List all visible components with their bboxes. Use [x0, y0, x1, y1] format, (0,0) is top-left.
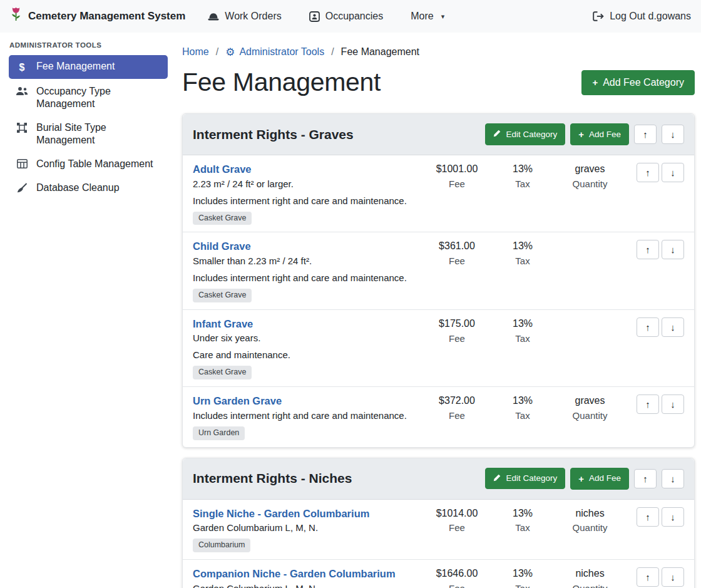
- arrow-down-icon: ↓: [670, 572, 675, 582]
- move-fee-up-button[interactable]: ↑: [637, 163, 659, 182]
- edit-category-button[interactable]: Edit Category: [485, 468, 565, 490]
- fee-description: Includes interment right and care and ma…: [193, 195, 414, 207]
- users-icon: [15, 86, 29, 96]
- quantity-label: Quantity: [551, 522, 629, 533]
- edit-category-button[interactable]: Edit Category: [485, 123, 565, 145]
- move-category-up-button[interactable]: ↑: [634, 469, 657, 488]
- fee-categories: Interment Rights - Graves Edit Category …: [182, 113, 695, 588]
- fee-amount-label: Fee: [419, 255, 494, 266]
- category-actions: Edit Category + Add Fee ↑ ↓: [485, 123, 684, 145]
- quantity-column: graves Quantity: [551, 163, 629, 189]
- fee-description: 2.23 m² / 24 ft² or larger.: [193, 178, 414, 190]
- move-category-down-button[interactable]: ↓: [662, 469, 684, 488]
- nav-right: Log Out d.gowans: [593, 11, 691, 22]
- quantity-value: graves: [551, 163, 629, 176]
- arrow-up-icon: ↑: [643, 129, 648, 140]
- fee-description: Smaller than 2.23 m² / 24 ft².: [193, 255, 414, 267]
- move-fee-down-button[interactable]: ↓: [662, 317, 684, 337]
- fee-name-link[interactable]: Infant Grave: [193, 317, 253, 331]
- arrow-down-icon: ↓: [670, 399, 675, 410]
- fee-name-link[interactable]: Urn Garden Grave: [193, 395, 282, 408]
- sidebar-item-fee-management[interactable]: $ Fee Management: [9, 55, 168, 79]
- brand-link[interactable]: Cemetery Management System: [10, 7, 185, 26]
- page-title: Fee Management: [182, 68, 381, 97]
- move-fee-down-button[interactable]: ↓: [662, 507, 684, 527]
- logout-icon: [593, 11, 604, 21]
- move-fee-down-button[interactable]: ↓: [662, 240, 684, 259]
- fee-name-link[interactable]: Companion Niche - Garden Columbarium: [193, 567, 396, 580]
- fee-amount-label: Fee: [419, 522, 494, 533]
- sidebar-heading: ADMINISTRATOR TOOLS: [9, 41, 168, 49]
- brand-title: Cemetery Management System: [28, 10, 185, 23]
- fee-name-link[interactable]: Child Grave: [193, 240, 251, 253]
- move-category-up-button[interactable]: ↑: [634, 125, 657, 144]
- breadcrumb-administrator-tools[interactable]: ⚙ Administrator Tools: [225, 46, 324, 58]
- move-fee-down-button[interactable]: ↓: [662, 163, 684, 182]
- fee-descriptions: Under six years.Care and maintenance.: [193, 333, 414, 361]
- fee-description: Includes interment right and care and ma…: [193, 410, 414, 421]
- tax-rate-value: 13%: [494, 507, 551, 520]
- plus-icon: +: [592, 78, 598, 87]
- move-fee-down-button[interactable]: ↓: [662, 395, 684, 414]
- quantity-value: niches: [551, 567, 629, 580]
- breadcrumb-separator: /: [331, 46, 334, 58]
- move-category-down-button[interactable]: ↓: [662, 125, 684, 144]
- move-fee-up-button[interactable]: ↑: [637, 507, 659, 527]
- nav-occupancies[interactable]: Occupancies: [309, 11, 384, 22]
- tax-rate-value: 13%: [494, 240, 551, 253]
- sidebar-item-label: Database Cleanup: [36, 182, 120, 194]
- fee-description: Garden Columbarium L, M, N.: [193, 522, 414, 534]
- nav-more[interactable]: More ▾: [411, 11, 444, 22]
- fee-name-link[interactable]: Adult Grave: [193, 163, 252, 176]
- move-fee-down-button[interactable]: ↓: [662, 567, 684, 587]
- add-fee-category-label: Add Fee Category: [603, 78, 684, 88]
- arrow-up-icon: ↑: [645, 512, 650, 522]
- fee-amount-column: $1001.00 Fee: [419, 163, 494, 189]
- tax-label: Tax: [494, 522, 551, 533]
- breadcrumb-home[interactable]: Home: [182, 46, 209, 58]
- sidebar-item-occupancy-type-management[interactable]: Occupancy Type Management: [9, 80, 168, 115]
- fee-name-link[interactable]: Single Niche - Garden Columbarium: [193, 507, 369, 520]
- fee-amount-value: $361.00: [419, 240, 494, 253]
- fee-row: Urn Garden Grave Includes interment righ…: [183, 387, 694, 446]
- move-fee-up-button[interactable]: ↑: [637, 317, 659, 337]
- person-frame-icon: [309, 11, 320, 22]
- nav-more-label: More: [411, 11, 433, 22]
- quantity-column: graves Quantity: [551, 395, 629, 421]
- category-title: Interment Rights - Niches: [193, 471, 352, 486]
- gear-icon: ⚙: [225, 47, 235, 58]
- edit-category-label: Edit Category: [506, 474, 557, 483]
- fee-amount-label: Fee: [419, 333, 494, 344]
- breadcrumb-current: Fee Management: [341, 46, 419, 58]
- fees-container: Single Niche - Garden Columbarium Garden…: [183, 500, 694, 588]
- sidebar-item-config-table-management[interactable]: Config Table Management: [9, 153, 168, 175]
- fee-row: Child Grave Smaller than 2.23 m² / 24 ft…: [183, 232, 694, 309]
- arrow-down-icon: ↓: [670, 244, 675, 255]
- tax-rate-value: 13%: [494, 317, 551, 331]
- fee-descriptions: 2.23 m² / 24 ft² or larger.Includes inte…: [193, 178, 414, 207]
- move-fee-up-button[interactable]: ↑: [637, 567, 659, 587]
- move-fee-up-button[interactable]: ↑: [637, 240, 659, 259]
- tax-column: 13% Tax: [494, 163, 551, 189]
- add-fee-button[interactable]: + Add Fee: [570, 123, 629, 145]
- nav-work-orders[interactable]: Work Orders: [208, 11, 281, 22]
- add-fee-button[interactable]: + Add Fee: [570, 468, 629, 490]
- fee-type-badge: Casket Grave: [193, 289, 252, 302]
- main-content: Home / ⚙ Administrator Tools / Fee Manag…: [175, 33, 701, 588]
- tax-column: 13% Tax: [494, 395, 551, 421]
- move-fee-up-button[interactable]: ↑: [637, 395, 659, 414]
- fee-info: Adult Grave 2.23 m² / 24 ft² or larger.I…: [193, 163, 419, 225]
- fee-descriptions: Includes interment right and care and ma…: [193, 410, 414, 421]
- fee-row: Companion Niche - Garden Columbarium Gar…: [183, 560, 694, 588]
- tax-rate-value: 13%: [494, 395, 551, 408]
- quantity-label: Quantity: [551, 410, 629, 421]
- fee-row-arrows: ↑ ↓: [637, 163, 684, 182]
- add-fee-category-button[interactable]: + Add Fee Category: [581, 70, 695, 95]
- breadcrumb-admin-label: Administrator Tools: [239, 46, 324, 58]
- sidebar-item-burial-site-type-management[interactable]: Burial Site Type Management: [9, 116, 168, 152]
- logout-link[interactable]: Log Out d.gowans: [593, 11, 691, 22]
- fee-amount-column: $1646.00 Fee: [419, 567, 494, 588]
- fee-descriptions: Garden Columbarium L, M, N.: [193, 522, 414, 534]
- sidebar-item-database-cleanup[interactable]: Database Cleanup: [9, 177, 168, 199]
- nav-links: Work Orders Occupancies More ▾: [208, 11, 444, 22]
